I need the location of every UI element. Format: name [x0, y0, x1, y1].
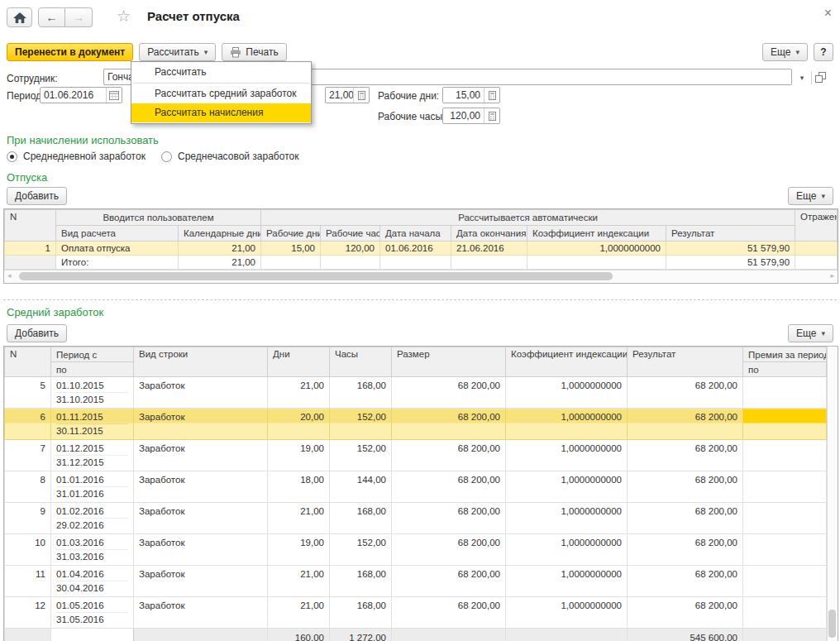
vacations-total-row: Итого: 21,00 51 579,90	[5, 256, 838, 270]
calendar-days-field[interactable]: 21,00	[325, 87, 370, 103]
scroll-left-icon[interactable]: ◂	[7, 271, 12, 280]
col-index-coef[interactable]: Коэффициент индексации	[527, 226, 666, 242]
calculator-icon[interactable]	[484, 88, 499, 103]
scroll-right-icon[interactable]: ▸	[830, 271, 834, 280]
col-days[interactable]: Дни	[268, 347, 330, 377]
col-period-to[interactable]: по	[51, 362, 134, 377]
earnings-row[interactable]: 11 01.04.201630.04.2016 Заработок 21,00 …	[5, 566, 827, 597]
earnings-row[interactable]: 8 01.01.201631.01.2016 Заработок 18,00 1…	[5, 471, 827, 503]
home-button[interactable]	[7, 7, 32, 27]
forward-icon: →	[73, 11, 84, 24]
page-title: Расчет отпуска	[147, 9, 240, 23]
col-date-end[interactable]: Дата окончания	[451, 226, 527, 242]
menu-item-calculate-average[interactable]: Рассчитать средний заработок	[131, 84, 311, 103]
chevron-down-icon: ▾	[204, 48, 208, 56]
home-icon	[12, 12, 27, 24]
work-hours-label: Рабочие часы:	[378, 111, 445, 122]
print-button[interactable]: Печать	[222, 43, 286, 61]
earnings-row[interactable]: 5 01.10.201531.10.2015 Заработок 21,00 1…	[5, 377, 827, 409]
earnings-add-button[interactable]: Добавить	[7, 324, 67, 342]
employee-label: Сотрудник:	[7, 73, 58, 84]
vacations-section-title: Отпуска	[7, 171, 47, 184]
col-row-type[interactable]: Вид строки	[134, 347, 268, 377]
menu-item-calculate[interactable]: Рассчитать	[131, 63, 311, 82]
nav-buttons: ← →	[38, 7, 93, 27]
calculate-dropdown-menu: Рассчитать Рассчитать средний заработок …	[131, 61, 312, 124]
col-index-coef[interactable]: Коэффициент индексации	[506, 347, 628, 377]
scrollbar-thumb[interactable]	[19, 272, 613, 280]
employee-dropdown-icon[interactable]: ▾	[795, 71, 809, 84]
col-date-start[interactable]: Дата начала	[380, 226, 451, 242]
printer-icon	[230, 47, 241, 58]
chevron-down-icon: ▾	[821, 329, 825, 337]
col-group-auto[interactable]: Рассчитывается автоматически	[261, 210, 795, 226]
col-calendar-days[interactable]: Календарные дни	[179, 226, 261, 242]
col-calc-type[interactable]: Вид расчета	[56, 226, 179, 242]
col-result[interactable]: Результат	[666, 226, 795, 242]
calculate-menu-button[interactable]: Рассчитать ▾	[139, 43, 216, 61]
radio-daily-earnings[interactable]: Среднедневной заработок	[7, 151, 146, 162]
chevron-down-icon: ▾	[795, 48, 799, 56]
period-from-field[interactable]: 01.06.2016	[40, 87, 122, 103]
vertical-scrollbar[interactable]	[827, 347, 838, 641]
earnings-row[interactable]: 12 01.05.201631.05.2016 Заработок 21,00 …	[5, 597, 827, 629]
total-label: Итого:	[56, 256, 179, 270]
form-more-button[interactable]: Еще ▾	[762, 43, 808, 61]
vacation-calc-window: ← → ☆ Расчет отпуска × Перенести в докум…	[0, 0, 840, 641]
menu-separator	[133, 83, 309, 84]
close-icon[interactable]: ×	[824, 6, 832, 21]
chevron-down-icon: ▾	[821, 192, 825, 200]
col-result[interactable]: Результат	[628, 347, 743, 377]
col-premium[interactable]: Премия за период▲	[743, 347, 827, 362]
earnings-table: N Период с Вид строки Дни Часы Размер Ко…	[3, 346, 838, 641]
back-icon: ←	[46, 11, 58, 24]
col-premium-to[interactable]: по	[743, 362, 827, 377]
radio-selected-icon	[7, 151, 17, 162]
earnings-more-button[interactable]: Еще ▾	[788, 324, 833, 342]
horizontal-scrollbar[interactable]: ◂ ▸	[4, 270, 838, 283]
section-divider	[3, 299, 837, 300]
help-button[interactable]: ?	[814, 43, 833, 61]
col-hours[interactable]: Часы	[330, 347, 392, 377]
vacations-add-button[interactable]: Добавить	[7, 187, 67, 205]
calendar-days-value: 21,00	[326, 88, 353, 103]
menu-item-calculate-accruals[interactable]: Рассчитать начисления	[131, 103, 311, 122]
back-button[interactable]: ←	[38, 7, 65, 27]
work-days-value: 15,00	[443, 88, 484, 103]
work-days-label: Рабочие дни:	[378, 90, 439, 102]
col-n[interactable]: N	[5, 347, 51, 377]
calculator-icon[interactable]	[484, 108, 499, 123]
col-work-days[interactable]: Рабочие дни	[261, 226, 321, 242]
col-amount[interactable]: Размер	[392, 347, 506, 377]
vacation-row[interactable]: 1 Оплата отпуска 21,00 15,00 120,00 01.0…	[5, 242, 838, 256]
col-period-from[interactable]: Период с	[51, 347, 134, 362]
favorite-star-icon[interactable]: ☆	[117, 7, 131, 26]
earnings-total-row: 160,00 1 272,00 545 600,00	[5, 629, 827, 641]
col-group-manual[interactable]: Вводится пользователем	[56, 210, 261, 226]
transfer-to-document-button[interactable]: Перенести в документ	[7, 43, 133, 61]
radio-unselected-icon	[161, 151, 172, 162]
earnings-row-selected[interactable]: 6 01.11.201530.11.2015 Заработок 20,00 1…	[5, 409, 827, 440]
work-hours-field[interactable]: 120,00	[442, 108, 500, 124]
work-hours-value: 120,00	[443, 108, 484, 123]
toolbar: Перенести в документ Рассчитать ▾ Печать…	[7, 43, 833, 61]
col-n[interactable]: N	[5, 210, 56, 242]
focused-cell[interactable]	[743, 409, 827, 440]
vacations-table: N Вводится пользователем Рассчитывается …	[3, 208, 838, 284]
scrollbar-thumb[interactable]	[828, 610, 836, 638]
earnings-row[interactable]: 7 01.12.201531.12.2015 Заработок 19,00 1…	[5, 440, 827, 471]
earnings-row[interactable]: 10 01.03.201631.03.2016 Заработок 19,00 …	[5, 534, 827, 566]
col-work-hours[interactable]: Рабочие часы	[321, 226, 380, 242]
forward-button[interactable]: →	[65, 7, 93, 27]
employee-open-icon[interactable]	[815, 72, 826, 83]
accrual-section-title: При начислении использовать	[7, 134, 159, 146]
work-days-field[interactable]: 15,00	[442, 87, 500, 103]
earnings-section-title: Средний заработок	[7, 306, 103, 318]
calculator-icon[interactable]	[353, 88, 369, 103]
radio-hourly-earnings[interactable]: Среднечасовой заработок	[161, 151, 298, 162]
earnings-row[interactable]: 9 01.02.201629.02.2016 Заработок 21,00 1…	[5, 503, 827, 534]
vacations-more-button[interactable]: Еще ▾	[788, 187, 833, 205]
col-reflected[interactable]: Отражен	[795, 210, 838, 242]
period-from-value: 01.06.2016	[41, 88, 106, 103]
calendar-icon[interactable]	[106, 88, 122, 103]
